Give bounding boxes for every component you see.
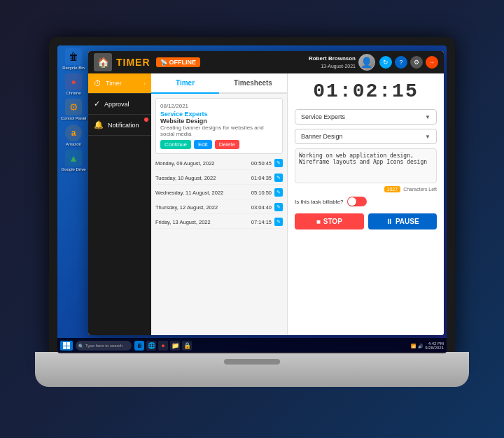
chevron-down-icon: ▼ [425,114,430,120]
screen-bezel: 🗑 Recycle Bin ● Chrome ⚙ Control Panel a… [49,37,455,359]
chars-count: 1027 [384,186,401,192]
log-edit-btn-2[interactable]: ✎ [274,188,283,197]
control-buttons: ■ STOP ⏸ PAUSE [295,213,437,229]
log-edit-btn-0[interactable]: ✎ [274,159,283,167]
app-body: ⏱ Timer › ✓ Approval 🔔 Notification [88,73,444,335]
desktop-icon-chrome[interactable]: ● Chrome [60,73,87,96]
laptop-screen: 🗑 Recycle Bin ● Chrome ⚙ Control Panel a… [57,45,447,353]
log-edit-btn-4[interactable]: ✎ [274,218,283,226]
user-info-area: Robert Brownson 13-August-2021 👤 [309,54,375,71]
taskbar-app-icons: 🖥 🌐 ● 📁 🔒 [134,341,411,351]
table-row: Friday, 13 August, 2022 07:14:15 ✎ [155,216,283,229]
desktop-icons: 🗑 Recycle Bin ● Chrome ⚙ Control Panel a… [60,48,87,172]
logout-button[interactable]: → [426,56,438,69]
chevron-right-icon: › [144,80,146,87]
clock-time: 01:02:15 [295,80,437,102]
entry-date: 08/12/2021 [160,103,278,109]
approval-icon: ✓ [94,99,100,108]
stop-button[interactable]: ■ STOP [295,213,364,229]
delete-button[interactable]: Delete [215,140,239,149]
continue-button[interactable]: Continue [160,140,191,149]
laptop-shell: 🗑 Recycle Bin ● Chrome ⚙ Control Panel a… [35,37,469,401]
app-title: TIMER [116,57,150,68]
laptop-base [35,352,469,387]
taskbar-clock: 4:42 PM 9/28/2021 [425,341,444,350]
table-row: Monday, 09 August, 2022 00:50:45 ✎ [155,157,283,170]
start-button[interactable] [60,341,73,351]
desktop-icon-recycle[interactable]: 🗑 Recycle Bin [60,48,87,71]
timer-panel: Timer Timesheets 08/12/2021 Service Expe… [151,73,288,335]
timer-icon: ⏱ [94,79,102,87]
pause-button[interactable]: ⏸ PAUSE [368,213,438,229]
taskbar: 🔍 Type here to search 🖥 🌐 ● 📁 🔒 📶 🔊 [57,338,447,353]
billable-row: Is this task billable? [295,197,437,206]
entry-description: Creating banner designs for websites and… [160,125,278,137]
time-log-list: Monday, 09 August, 2022 00:50:45 ✎ Tuesd… [151,154,287,232]
desktop-icon-drive[interactable]: ▲ Google Drive [60,150,87,172]
sidebar: ⏱ Timer › ✓ Approval 🔔 Notification [88,73,151,335]
header-actions: ↻ ? ⚙ → [379,56,438,69]
main-content: Timer Timesheets 08/12/2021 Service Expe… [151,73,444,335]
desktop: 🗑 Recycle Bin ● Chrome ⚙ Control Panel a… [57,45,447,353]
user-text: Robert Brownson 13-August-2021 [309,55,356,69]
tab-timer[interactable]: Timer [151,73,219,94]
log-edit-btn-3[interactable]: ✎ [274,203,283,211]
toggle-thumb [348,197,356,206]
app-header: 🏠 TIMER 📡 OFFLINE Robert Brownson 13-Aug… [88,51,444,73]
project-dropdown[interactable]: Service Experts ▼ [295,109,437,125]
wifi-off-icon: 📡 [160,59,167,66]
offline-badge: 📡 OFFLINE [156,57,201,67]
notification-dot [144,118,148,122]
tab-timesheets[interactable]: Timesheets [219,73,287,92]
home-button[interactable]: 🏠 [94,53,112,71]
log-edit-btn-1[interactable]: ✎ [274,174,283,182]
task-dropdown[interactable]: Banner Design ▼ [295,129,437,144]
timer-entry-current: 08/12/2021 Service Experts Website Desig… [155,98,283,154]
project-dropdown-value: Service Experts [301,113,345,120]
billable-label: Is this task billable? [295,199,343,205]
table-row: Tuesday, 10 August, 2022 01:04:35 ✎ [155,171,283,185]
bell-icon: 🔔 [94,120,104,129]
taskbar-icon-4[interactable]: 📁 [170,341,180,351]
table-row: Wednesday, 11 August, 2022 05:10:50 ✎ [155,186,283,199]
taskbar-icon-2[interactable]: 🌐 [146,341,156,351]
sidebar-item-timer[interactable]: ⏱ Timer › [88,73,151,94]
settings-button[interactable]: ⚙ [410,56,423,69]
desktop-icon-amazon[interactable]: a Amazon [60,125,87,147]
refresh-button[interactable]: ↻ [379,56,392,69]
timer-detail: 01:02:15 Service Experts ▼ Banner Design [288,73,444,335]
avatar: 👤 [358,54,375,71]
help-button[interactable]: ? [395,56,407,69]
taskbar-sound-icon: 🔊 [418,344,423,348]
taskbar-right: 📶 🔊 4:42 PM 9/28/2021 [411,341,444,350]
clock-display: 01:02:15 [295,80,437,102]
taskbar-icon-1[interactable]: 🖥 [134,341,144,351]
chevron-down-icon: ▼ [425,134,430,140]
stop-icon: ■ [316,218,321,225]
taskbar-search[interactable]: 🔍 Type here to search [76,341,132,351]
taskbar-icon-5[interactable]: 🔒 [182,341,192,351]
entry-task: Website Design [160,118,278,125]
tab-bar: Timer Timesheets [151,73,287,94]
desktop-icon-control[interactable]: ⚙ Control Panel [60,99,87,121]
table-row: Thursday, 12 August, 2022 03:04:40 ✎ [155,201,283,214]
app-window: 🏠 TIMER 📡 OFFLINE Robert Brownson 13-Aug… [88,51,444,335]
billable-toggle[interactable] [347,197,367,206]
entry-project: Service Experts [160,111,278,118]
sidebar-item-notification[interactable]: 🔔 Notification [88,115,151,136]
pause-icon: ⏸ [386,218,393,225]
sidebar-item-approval[interactable]: ✓ Approval [88,94,151,115]
chars-left-row: 1027 Characters Left [295,186,437,192]
taskbar-icon-3[interactable]: ● [158,341,168,351]
edit-button[interactable]: Edit [194,140,212,149]
taskbar-network-icon: 📶 [411,344,416,348]
entry-actions: Continue Edit Delete [160,140,278,149]
chars-label: Characters Left [403,187,437,192]
description-textarea[interactable]: Working on web application design, Wiref… [295,148,437,183]
task-dropdown-value: Banner Design [301,133,343,140]
